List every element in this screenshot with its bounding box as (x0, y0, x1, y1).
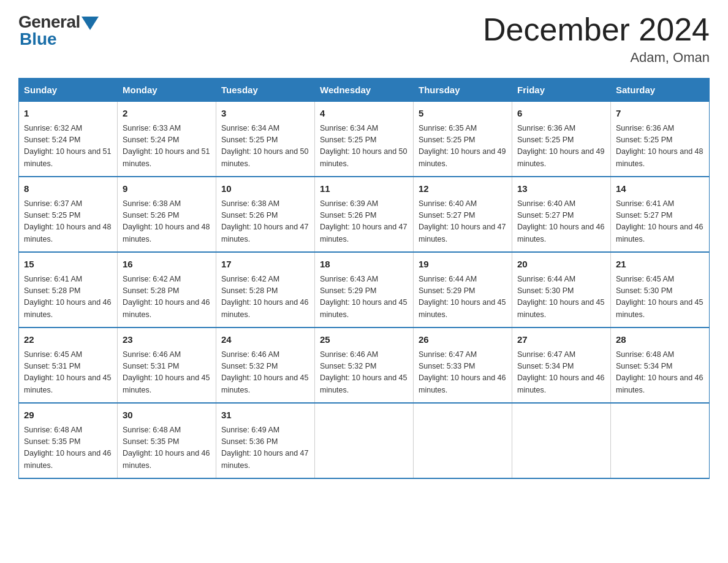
day-number: 8 (24, 182, 112, 196)
col-saturday: Saturday (611, 79, 710, 102)
calendar-cell: 9 Sunrise: 6:38 AMSunset: 5:26 PMDayligh… (118, 177, 216, 252)
day-info: Sunrise: 6:35 AMSunset: 5:25 PMDaylight:… (419, 124, 506, 168)
day-number: 28 (616, 333, 704, 347)
day-number: 20 (517, 258, 605, 272)
calendar-cell (512, 403, 611, 478)
day-number: 30 (123, 408, 211, 423)
calendar-cell: 24 Sunrise: 6:46 AMSunset: 5:32 PMDaylig… (216, 327, 315, 403)
day-info: Sunrise: 6:38 AMSunset: 5:26 PMDaylight:… (221, 199, 308, 243)
day-info: Sunrise: 6:49 AMSunset: 5:36 PMDaylight:… (221, 426, 308, 470)
day-number: 11 (320, 182, 408, 196)
day-info: Sunrise: 6:38 AMSunset: 5:26 PMDaylight:… (123, 199, 210, 243)
logo: General Blue (18, 12, 99, 49)
calendar-cell: 21 Sunrise: 6:45 AMSunset: 5:30 PMDaylig… (611, 252, 710, 327)
day-info: Sunrise: 6:45 AMSunset: 5:30 PMDaylight:… (616, 275, 703, 319)
calendar-cell: 13 Sunrise: 6:40 AMSunset: 5:27 PMDaylig… (512, 177, 611, 252)
calendar-cell: 5 Sunrise: 6:35 AMSunset: 5:25 PMDayligh… (414, 102, 512, 177)
day-info: Sunrise: 6:36 AMSunset: 5:25 PMDaylight:… (517, 124, 604, 168)
calendar-cell: 19 Sunrise: 6:44 AMSunset: 5:29 PMDaylig… (414, 252, 512, 327)
day-info: Sunrise: 6:40 AMSunset: 5:27 PMDaylight:… (517, 199, 604, 243)
day-number: 5 (419, 107, 507, 121)
col-thursday: Thursday (414, 79, 512, 102)
day-number: 25 (320, 333, 408, 347)
day-number: 1 (24, 107, 112, 121)
day-info: Sunrise: 6:48 AMSunset: 5:35 PMDaylight:… (123, 426, 210, 470)
month-title: December 2024 (483, 12, 710, 47)
calendar-week-row: 15 Sunrise: 6:41 AMSunset: 5:28 PMDaylig… (19, 252, 710, 327)
day-info: Sunrise: 6:46 AMSunset: 5:31 PMDaylight:… (123, 350, 210, 394)
day-info: Sunrise: 6:42 AMSunset: 5:28 PMDaylight:… (221, 275, 308, 319)
calendar-cell: 11 Sunrise: 6:39 AMSunset: 5:26 PMDaylig… (315, 177, 414, 252)
calendar-week-row: 1 Sunrise: 6:32 AMSunset: 5:24 PMDayligh… (19, 102, 710, 177)
calendar-cell: 7 Sunrise: 6:36 AMSunset: 5:25 PMDayligh… (611, 102, 710, 177)
day-info: Sunrise: 6:44 AMSunset: 5:30 PMDaylight:… (517, 275, 604, 319)
day-number: 27 (517, 333, 605, 347)
page-header: General Blue December 2024 Adam, Oman (18, 12, 710, 66)
calendar-cell (414, 403, 512, 478)
day-info: Sunrise: 6:46 AMSunset: 5:32 PMDaylight:… (221, 350, 308, 394)
calendar-cell: 4 Sunrise: 6:34 AMSunset: 5:25 PMDayligh… (315, 102, 414, 177)
calendar-cell: 27 Sunrise: 6:47 AMSunset: 5:34 PMDaylig… (512, 327, 611, 403)
day-number: 18 (320, 258, 408, 272)
day-number: 13 (517, 182, 605, 196)
day-number: 7 (616, 107, 704, 121)
day-number: 4 (320, 107, 408, 121)
day-number: 12 (419, 182, 507, 196)
col-wednesday: Wednesday (315, 79, 414, 102)
col-monday: Monday (118, 79, 216, 102)
day-number: 10 (221, 182, 309, 196)
calendar-cell (315, 403, 414, 478)
day-info: Sunrise: 6:34 AMSunset: 5:25 PMDaylight:… (221, 124, 308, 168)
day-info: Sunrise: 6:40 AMSunset: 5:27 PMDaylight:… (419, 199, 506, 243)
day-info: Sunrise: 6:34 AMSunset: 5:25 PMDaylight:… (320, 124, 407, 168)
header-row: Sunday Monday Tuesday Wednesday Thursday… (19, 79, 710, 102)
day-number: 24 (221, 333, 309, 347)
col-tuesday: Tuesday (216, 79, 315, 102)
calendar-week-row: 29 Sunrise: 6:48 AMSunset: 5:35 PMDaylig… (19, 403, 710, 478)
calendar-week-row: 8 Sunrise: 6:37 AMSunset: 5:25 PMDayligh… (19, 177, 710, 252)
calendar-week-row: 22 Sunrise: 6:45 AMSunset: 5:31 PMDaylig… (19, 327, 710, 403)
day-info: Sunrise: 6:41 AMSunset: 5:28 PMDaylight:… (24, 275, 111, 319)
day-info: Sunrise: 6:48 AMSunset: 5:35 PMDaylight:… (24, 426, 111, 470)
calendar-cell: 6 Sunrise: 6:36 AMSunset: 5:25 PMDayligh… (512, 102, 611, 177)
calendar-cell: 30 Sunrise: 6:48 AMSunset: 5:35 PMDaylig… (118, 403, 216, 478)
calendar-cell: 10 Sunrise: 6:38 AMSunset: 5:26 PMDaylig… (216, 177, 315, 252)
day-info: Sunrise: 6:39 AMSunset: 5:26 PMDaylight:… (320, 199, 407, 243)
calendar-cell: 15 Sunrise: 6:41 AMSunset: 5:28 PMDaylig… (19, 252, 118, 327)
calendar-cell: 23 Sunrise: 6:46 AMSunset: 5:31 PMDaylig… (118, 327, 216, 403)
calendar-header: Sunday Monday Tuesday Wednesday Thursday… (19, 79, 710, 102)
calendar-cell (611, 403, 710, 478)
calendar-cell: 16 Sunrise: 6:42 AMSunset: 5:28 PMDaylig… (118, 252, 216, 327)
calendar-cell: 8 Sunrise: 6:37 AMSunset: 5:25 PMDayligh… (19, 177, 118, 252)
day-number: 29 (24, 408, 112, 423)
day-info: Sunrise: 6:47 AMSunset: 5:34 PMDaylight:… (517, 350, 604, 394)
calendar-cell: 17 Sunrise: 6:42 AMSunset: 5:28 PMDaylig… (216, 252, 315, 327)
day-number: 21 (616, 258, 704, 272)
calendar-table: Sunday Monday Tuesday Wednesday Thursday… (18, 78, 710, 479)
day-number: 22 (24, 333, 112, 347)
day-number: 3 (221, 107, 309, 121)
calendar-cell: 14 Sunrise: 6:41 AMSunset: 5:27 PMDaylig… (611, 177, 710, 252)
day-number: 17 (221, 258, 309, 272)
day-info: Sunrise: 6:42 AMSunset: 5:28 PMDaylight:… (123, 275, 210, 319)
day-number: 14 (616, 182, 704, 196)
calendar-cell: 1 Sunrise: 6:32 AMSunset: 5:24 PMDayligh… (19, 102, 118, 177)
day-info: Sunrise: 6:36 AMSunset: 5:25 PMDaylight:… (616, 124, 703, 168)
day-info: Sunrise: 6:41 AMSunset: 5:27 PMDaylight:… (616, 199, 703, 243)
day-number: 6 (517, 107, 605, 121)
day-number: 9 (123, 182, 211, 196)
day-number: 16 (123, 258, 211, 272)
day-number: 26 (419, 333, 507, 347)
calendar-cell: 12 Sunrise: 6:40 AMSunset: 5:27 PMDaylig… (414, 177, 512, 252)
day-info: Sunrise: 6:48 AMSunset: 5:34 PMDaylight:… (616, 350, 703, 394)
calendar-cell: 28 Sunrise: 6:48 AMSunset: 5:34 PMDaylig… (611, 327, 710, 403)
day-info: Sunrise: 6:45 AMSunset: 5:31 PMDaylight:… (24, 350, 111, 394)
calendar-cell: 22 Sunrise: 6:45 AMSunset: 5:31 PMDaylig… (19, 327, 118, 403)
day-info: Sunrise: 6:37 AMSunset: 5:25 PMDaylight:… (24, 199, 111, 243)
day-info: Sunrise: 6:43 AMSunset: 5:29 PMDaylight:… (320, 275, 407, 319)
day-info: Sunrise: 6:47 AMSunset: 5:33 PMDaylight:… (419, 350, 506, 394)
calendar-cell: 2 Sunrise: 6:33 AMSunset: 5:24 PMDayligh… (118, 102, 216, 177)
calendar-cell: 3 Sunrise: 6:34 AMSunset: 5:25 PMDayligh… (216, 102, 315, 177)
day-number: 15 (24, 258, 112, 272)
day-info: Sunrise: 6:46 AMSunset: 5:32 PMDaylight:… (320, 350, 407, 394)
